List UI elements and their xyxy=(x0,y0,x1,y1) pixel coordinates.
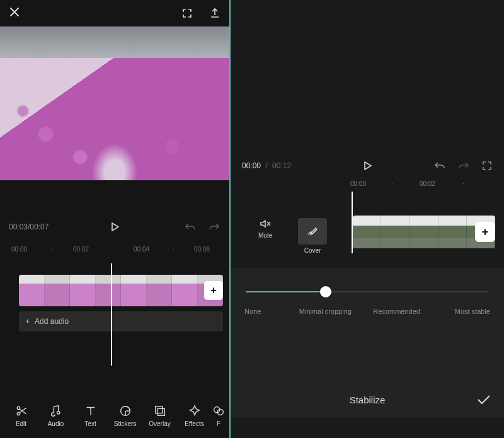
playback-controls: 00:03/00:07 xyxy=(0,212,229,242)
svg-point-2 xyxy=(57,411,59,413)
timeline-ruler: 00:00 · 00:02 · 00:04 · 00:06 xyxy=(0,242,229,256)
speaker-off-icon xyxy=(259,218,272,229)
timeline[interactable]: + + Add audio xyxy=(0,275,229,350)
svg-rect-4 xyxy=(155,406,162,413)
ruler-tick: 00:04 xyxy=(134,246,149,253)
overlay-icon xyxy=(153,404,167,418)
slider-label-most-stable[interactable]: Most stable xyxy=(440,308,490,316)
ruler-dot: · xyxy=(112,246,114,253)
nav-more[interactable]: F xyxy=(212,404,226,427)
nav-label: Overlay xyxy=(149,420,170,427)
edit-cover-icon xyxy=(307,227,318,236)
svg-point-1 xyxy=(17,412,20,415)
top-bar xyxy=(0,0,229,26)
mute-button[interactable]: Mute xyxy=(258,218,272,239)
play-button[interactable] xyxy=(109,221,120,233)
redo-button[interactable] xyxy=(208,221,220,233)
preview-frame xyxy=(0,26,229,180)
ruler-dot: · xyxy=(462,180,464,187)
nav-label: F xyxy=(217,420,220,427)
music-note-icon xyxy=(49,404,63,418)
fullscreen-icon[interactable] xyxy=(481,160,493,171)
close-button[interactable] xyxy=(9,6,20,18)
scissors-icon xyxy=(14,404,28,418)
nav-label: Edit xyxy=(16,420,26,427)
toolbar: Edit Audio Text Stickers Overlay Effects… xyxy=(0,396,229,438)
export-icon[interactable] xyxy=(209,8,220,19)
playback-controls: 00:00 / 00:12 xyxy=(231,151,504,180)
sticker-icon xyxy=(118,404,132,418)
time-indicator: 00:03/00:07 xyxy=(9,222,49,231)
ruler-dot: · xyxy=(52,246,54,253)
time-indicator: 00:00 / 00:12 xyxy=(242,161,291,170)
panel-title: Stabilize xyxy=(350,395,386,405)
redo-button[interactable] xyxy=(457,160,470,171)
ruler-dot: · xyxy=(173,246,175,253)
mute-label: Mute xyxy=(258,232,272,239)
nav-audio[interactable]: Audio xyxy=(38,404,73,427)
slider-label-none[interactable]: None xyxy=(244,308,282,316)
confirm-button[interactable] xyxy=(476,394,491,405)
add-audio-button[interactable]: + Add audio xyxy=(19,311,223,331)
ruler-dot: · xyxy=(391,180,393,187)
nav-text[interactable]: Text xyxy=(73,404,108,427)
stabilize-footer: Stabilize xyxy=(231,382,504,417)
time-duration: 00:12 xyxy=(272,161,291,170)
nav-label: Audio xyxy=(48,420,64,427)
video-clip[interactable] xyxy=(19,275,223,306)
cover-button[interactable]: Cover xyxy=(296,218,329,254)
nav-edit[interactable]: Edit xyxy=(4,404,38,427)
slider-label-minimal[interactable]: Minimal cropping xyxy=(297,308,353,316)
time-sep: / xyxy=(265,161,267,170)
editor-main-panel: 00:03/00:07 00:00 · 00:02 · 00:04 · 00:0… xyxy=(0,0,229,438)
stabilize-panel-screen: 00:00 / 00:12 00:00 · 00:02 · Mute xyxy=(231,0,504,438)
preview-area-collapsed xyxy=(231,0,504,120)
svg-point-0 xyxy=(17,406,20,409)
nav-overlay[interactable]: Overlay xyxy=(142,404,177,427)
ruler-tick: 00:02 xyxy=(73,246,89,253)
svg-rect-5 xyxy=(158,408,164,415)
stabilize-slider-panel: None Minimal cropping Recommended Most s… xyxy=(231,268,504,382)
ruler-tick: 00:06 xyxy=(194,246,210,253)
ruler-tick: 00:02 xyxy=(420,180,435,187)
nav-stickers[interactable]: Stickers xyxy=(108,404,142,427)
timeline[interactable]: Mute Cover + xyxy=(231,209,504,260)
ruler-tick: 00:00 xyxy=(11,246,27,253)
add-clip-button[interactable]: + xyxy=(204,281,223,300)
add-audio-label: Add audio xyxy=(35,317,69,326)
nav-label: Effects xyxy=(185,420,203,427)
timeline-ruler: 00:00 · 00:02 · xyxy=(231,180,504,198)
add-clip-button[interactable]: + xyxy=(475,222,495,242)
text-icon xyxy=(84,404,98,418)
slider-knob[interactable] xyxy=(320,286,331,297)
time-current: 00:00 xyxy=(242,161,261,170)
undo-button[interactable] xyxy=(184,221,197,233)
stabilize-slider[interactable] xyxy=(246,291,489,292)
nav-label: Text xyxy=(84,420,96,427)
playhead[interactable] xyxy=(352,192,353,253)
video-clip[interactable] xyxy=(353,216,495,248)
slider-labels: None Minimal cropping Recommended Most s… xyxy=(244,308,490,316)
plus-icon: + xyxy=(25,317,30,326)
filter-icon xyxy=(212,404,226,418)
slider-fill xyxy=(246,291,326,292)
play-button[interactable] xyxy=(362,160,373,171)
playhead[interactable] xyxy=(111,263,112,366)
nav-effects[interactable]: Effects xyxy=(177,404,212,427)
slider-label-recommended[interactable]: Recommended xyxy=(369,308,425,316)
fullscreen-icon[interactable] xyxy=(181,8,193,19)
effects-icon xyxy=(188,404,202,418)
ruler-tick: 00:00 xyxy=(350,180,366,187)
nav-label: Stickers xyxy=(114,420,137,427)
undo-button[interactable] xyxy=(433,160,446,171)
video-preview[interactable] xyxy=(0,26,229,180)
cover-label: Cover xyxy=(304,247,321,254)
